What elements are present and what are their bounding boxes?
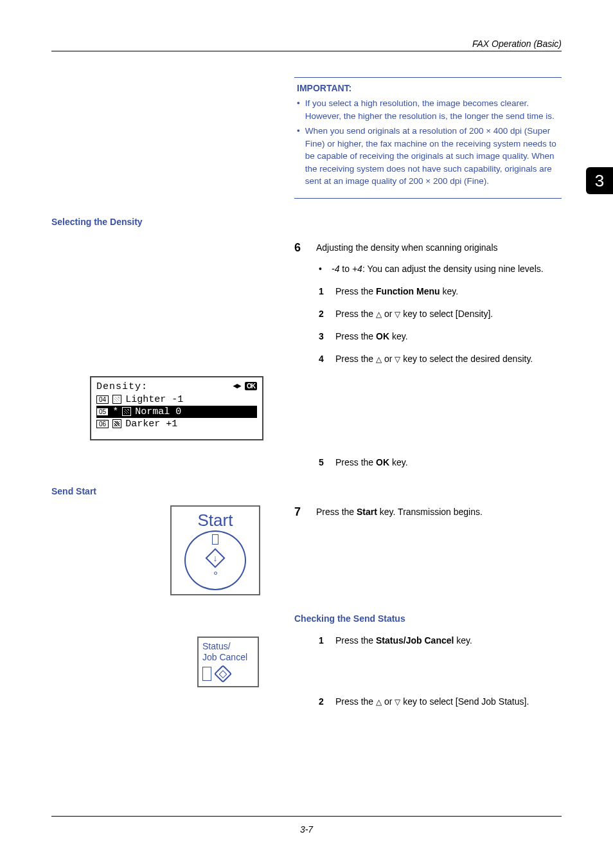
up-triangle-icon: △	[376, 310, 382, 319]
running-head: FAX Operation (Basic)	[51, 39, 562, 49]
lcd-item-tag: 05	[96, 408, 109, 416]
step-number: 7	[294, 505, 307, 519]
lcd-item-selected: 05* Normal 0	[96, 406, 257, 418]
start-key-illustration: Start ↓	[170, 505, 260, 595]
important-note: IMPORTANT: •If you select a high resolut…	[294, 77, 562, 199]
section-density-heading: Selecting the Density	[51, 217, 562, 227]
substep-text: Press the Status/Job Cancel key.	[335, 634, 472, 647]
start-dot-icon	[214, 572, 217, 575]
lcd-item-tag: 06	[96, 420, 109, 428]
substep-1: 1Press the Function Menu key.	[319, 285, 562, 298]
lcd-nav-icons: ◄► OK	[233, 382, 257, 391]
check-substep-2: 2Press the △ or ▽ key to select [Send Jo…	[319, 695, 562, 709]
important-bullet-text: If you select a high resolution, the ima…	[305, 97, 559, 122]
lcd-item-tag: 04	[96, 395, 109, 404]
start-key-label: Start	[198, 511, 233, 530]
lcd-item-text: Lighter -1	[125, 394, 183, 405]
density-range-text: -4 to +4: You can adjust the density usi…	[332, 262, 544, 276]
status-led-icon	[202, 667, 211, 681]
lcd-item: 06 Darker +1	[96, 418, 257, 430]
ok-icon: OK	[245, 382, 257, 390]
bullet-dot: •	[297, 97, 300, 122]
chapter-tab: 3	[586, 167, 613, 194]
up-triangle-icon: △	[376, 698, 382, 707]
lcd-item-text: Darker +1	[125, 419, 177, 429]
step-7: 7 Press the Start key. Transmission begi…	[294, 505, 562, 519]
step-7-text: Press the Start key. Transmission begins…	[316, 505, 562, 519]
step-number: 6	[294, 241, 307, 375]
up-triangle-icon: △	[376, 355, 382, 364]
lcd-display: Density: ◄► OK 04 Lighter -1 05* Normal …	[90, 376, 263, 440]
down-triangle-icon: ▽	[395, 355, 400, 364]
page-number: 3-7	[51, 824, 562, 835]
density-normal-icon	[122, 407, 131, 416]
lcd-item-text: Normal 0	[135, 406, 181, 417]
start-led-icon	[212, 534, 218, 545]
step-6: 6 Adjusting the density when scanning or…	[294, 241, 562, 375]
substep-text: Press the OK key.	[335, 330, 408, 343]
substep-text: Press the OK key.	[335, 456, 408, 469]
density-range-bullet: • -4 to +4: You can adjust the density u…	[319, 262, 562, 276]
substep-5: 5Press the OK key.	[319, 456, 562, 469]
check-substep-1: 1Press the Status/Job Cancel key.	[319, 634, 562, 647]
start-key-ring: ↓	[184, 530, 246, 590]
status-jobcancel-illustration: Status/Job Cancel	[197, 637, 259, 687]
substep-4: 4Press the △ or ▽ key to select the desi…	[319, 352, 562, 366]
important-title: IMPORTANT:	[297, 83, 559, 93]
bullet-dot: •	[297, 125, 300, 188]
substep-text: Press the △ or ▽ key to select [Send Job…	[335, 695, 529, 709]
down-triangle-icon: ▽	[395, 310, 400, 319]
substep-text: Press the Function Menu key.	[335, 285, 458, 298]
down-triangle-icon: ▽	[395, 698, 400, 707]
substep-text: Press the △ or ▽ key to select the desir…	[335, 352, 533, 366]
checking-send-status-heading: Checking the Send Status	[294, 613, 562, 624]
important-bullet: •If you select a high resolution, the im…	[297, 97, 559, 122]
lcd-item-star: *	[112, 406, 118, 417]
start-diamond-icon: ↓	[206, 548, 225, 568]
density-darker-icon	[112, 419, 121, 428]
density-lighter-icon	[112, 395, 121, 404]
step-6-text: Adjusting the density when scanning orig…	[316, 241, 562, 255]
important-bullet: •When you send originals at a resolution…	[297, 125, 559, 188]
important-bullet-text: When you send originals at a resolution …	[305, 125, 559, 188]
bullet-dot: •	[319, 262, 325, 276]
substep-2: 2Press the △ or ▽ key to select [Density…	[319, 307, 562, 321]
lcd-item: 04 Lighter -1	[96, 393, 257, 406]
footer-rule	[51, 816, 562, 817]
lcd-title: Density:	[96, 381, 148, 392]
section-sendstart-heading: Send Start	[51, 486, 562, 496]
substep-3: 3Press the OK key.	[319, 330, 562, 343]
substep-text: Press the △ or ▽ key to select [Density]…	[335, 307, 493, 321]
status-button-icon	[214, 664, 232, 682]
status-jobcancel-label: Status/Job Cancel	[202, 641, 254, 663]
